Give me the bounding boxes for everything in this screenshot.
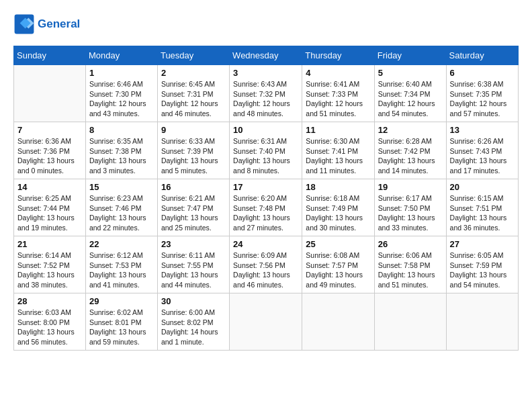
calendar-cell: 10Sunrise: 6:31 AMSunset: 7:40 PMDayligh… bbox=[230, 122, 302, 179]
day-number: 13 bbox=[450, 125, 515, 135]
weekday-header: Friday bbox=[374, 46, 446, 65]
day-info: Sunrise: 6:40 AMSunset: 7:34 PMDaylight:… bbox=[378, 79, 443, 119]
weekday-header: Wednesday bbox=[230, 46, 302, 65]
day-info: Sunrise: 6:00 AMSunset: 8:02 PMDaylight:… bbox=[161, 308, 226, 347]
weekday-header: Thursday bbox=[302, 46, 374, 65]
day-number: 28 bbox=[17, 296, 82, 306]
day-info: Sunrise: 6:17 AMSunset: 7:50 PMDaylight:… bbox=[378, 193, 443, 233]
calendar-cell: 1Sunrise: 6:46 AMSunset: 7:30 PMDaylight… bbox=[85, 65, 157, 122]
day-number: 27 bbox=[450, 239, 515, 249]
logo-text: General bbox=[38, 17, 80, 31]
day-number: 21 bbox=[17, 239, 82, 249]
day-number: 5 bbox=[378, 68, 443, 78]
week-row: 28Sunrise: 6:03 AMSunset: 8:00 PMDayligh… bbox=[14, 293, 519, 351]
day-number: 7 bbox=[17, 125, 82, 135]
calendar-cell: 12Sunrise: 6:28 AMSunset: 7:42 PMDayligh… bbox=[374, 122, 446, 179]
day-info: Sunrise: 6:46 AMSunset: 7:30 PMDaylight:… bbox=[89, 79, 154, 119]
calendar-cell: 8Sunrise: 6:35 AMSunset: 7:38 PMDaylight… bbox=[85, 122, 157, 179]
calendar-cell: 22Sunrise: 6:12 AMSunset: 7:53 PMDayligh… bbox=[85, 236, 157, 293]
calendar-cell bbox=[374, 293, 446, 351]
calendar-cell: 14Sunrise: 6:25 AMSunset: 7:44 PMDayligh… bbox=[14, 179, 86, 236]
day-info: Sunrise: 6:05 AMSunset: 7:59 PMDaylight:… bbox=[450, 250, 515, 290]
day-info: Sunrise: 6:03 AMSunset: 8:00 PMDaylight:… bbox=[17, 308, 82, 347]
day-number: 20 bbox=[450, 182, 515, 192]
calendar-table: SundayMondayTuesdayWednesdayThursdayFrid… bbox=[13, 46, 519, 351]
day-number: 16 bbox=[161, 182, 226, 192]
day-info: Sunrise: 6:18 AMSunset: 7:49 PMDaylight:… bbox=[306, 193, 370, 233]
calendar-cell: 25Sunrise: 6:08 AMSunset: 7:57 PMDayligh… bbox=[302, 236, 374, 293]
calendar-cell: 18Sunrise: 6:18 AMSunset: 7:49 PMDayligh… bbox=[302, 179, 374, 236]
day-info: Sunrise: 6:38 AMSunset: 7:35 PMDaylight:… bbox=[450, 79, 515, 119]
day-number: 18 bbox=[306, 182, 370, 192]
calendar-cell: 27Sunrise: 6:05 AMSunset: 7:59 PMDayligh… bbox=[446, 236, 518, 293]
calendar-cell bbox=[230, 293, 302, 351]
calendar-cell: 9Sunrise: 6:33 AMSunset: 7:39 PMDaylight… bbox=[157, 122, 229, 179]
day-number: 19 bbox=[378, 182, 443, 192]
weekday-header: Sunday bbox=[14, 46, 86, 65]
calendar-cell bbox=[302, 293, 374, 351]
day-info: Sunrise: 6:23 AMSunset: 7:46 PMDaylight:… bbox=[89, 193, 154, 233]
calendar-cell: 20Sunrise: 6:15 AMSunset: 7:51 PMDayligh… bbox=[446, 179, 518, 236]
calendar-cell: 3Sunrise: 6:43 AMSunset: 7:32 PMDaylight… bbox=[230, 65, 302, 122]
day-info: Sunrise: 6:11 AMSunset: 7:55 PMDaylight:… bbox=[161, 250, 226, 290]
calendar-cell: 30Sunrise: 6:00 AMSunset: 8:02 PMDayligh… bbox=[157, 293, 229, 351]
day-info: Sunrise: 6:45 AMSunset: 7:31 PMDaylight:… bbox=[161, 79, 226, 119]
day-info: Sunrise: 6:33 AMSunset: 7:39 PMDaylight:… bbox=[161, 136, 226, 176]
day-info: Sunrise: 6:41 AMSunset: 7:33 PMDaylight:… bbox=[306, 79, 370, 119]
logo-icon bbox=[13, 13, 35, 35]
day-info: Sunrise: 6:06 AMSunset: 7:58 PMDaylight:… bbox=[378, 250, 443, 290]
day-info: Sunrise: 6:43 AMSunset: 7:32 PMDaylight:… bbox=[233, 79, 298, 119]
day-info: Sunrise: 6:30 AMSunset: 7:41 PMDaylight:… bbox=[306, 136, 370, 176]
day-number: 17 bbox=[233, 182, 298, 192]
day-info: Sunrise: 6:08 AMSunset: 7:57 PMDaylight:… bbox=[306, 250, 370, 290]
day-number: 9 bbox=[161, 125, 226, 135]
day-info: Sunrise: 6:02 AMSunset: 8:01 PMDaylight:… bbox=[89, 308, 154, 347]
day-number: 14 bbox=[17, 182, 82, 192]
calendar-cell: 29Sunrise: 6:02 AMSunset: 8:01 PMDayligh… bbox=[85, 293, 157, 351]
day-number: 24 bbox=[233, 239, 298, 249]
day-number: 26 bbox=[378, 239, 443, 249]
calendar-cell bbox=[14, 65, 86, 122]
logo: General bbox=[13, 13, 80, 35]
day-info: Sunrise: 6:26 AMSunset: 7:43 PMDaylight:… bbox=[450, 136, 515, 176]
day-number: 23 bbox=[161, 239, 226, 249]
logo-general: General bbox=[38, 17, 80, 30]
calendar-cell: 19Sunrise: 6:17 AMSunset: 7:50 PMDayligh… bbox=[374, 179, 446, 236]
calendar-cell: 16Sunrise: 6:21 AMSunset: 7:47 PMDayligh… bbox=[157, 179, 229, 236]
week-row: 14Sunrise: 6:25 AMSunset: 7:44 PMDayligh… bbox=[14, 179, 519, 236]
week-row: 21Sunrise: 6:14 AMSunset: 7:52 PMDayligh… bbox=[14, 236, 519, 293]
day-number: 8 bbox=[89, 125, 154, 135]
weekday-header: Tuesday bbox=[157, 46, 229, 65]
day-info: Sunrise: 6:12 AMSunset: 7:53 PMDaylight:… bbox=[89, 250, 154, 290]
calendar-cell: 7Sunrise: 6:36 AMSunset: 7:36 PMDaylight… bbox=[14, 122, 86, 179]
calendar-cell: 26Sunrise: 6:06 AMSunset: 7:58 PMDayligh… bbox=[374, 236, 446, 293]
day-number: 12 bbox=[378, 125, 443, 135]
calendar-cell: 17Sunrise: 6:20 AMSunset: 7:48 PMDayligh… bbox=[230, 179, 302, 236]
day-info: Sunrise: 6:20 AMSunset: 7:48 PMDaylight:… bbox=[233, 193, 298, 233]
page-header: General bbox=[13, 13, 519, 35]
week-row: 1Sunrise: 6:46 AMSunset: 7:30 PMDaylight… bbox=[14, 65, 519, 122]
calendar-header-row: SundayMondayTuesdayWednesdayThursdayFrid… bbox=[14, 46, 519, 65]
day-number: 1 bbox=[89, 68, 154, 78]
day-number: 11 bbox=[306, 125, 370, 135]
calendar-cell: 5Sunrise: 6:40 AMSunset: 7:34 PMDaylight… bbox=[374, 65, 446, 122]
calendar-cell: 24Sunrise: 6:09 AMSunset: 7:56 PMDayligh… bbox=[230, 236, 302, 293]
day-number: 3 bbox=[233, 68, 298, 78]
calendar-cell: 11Sunrise: 6:30 AMSunset: 7:41 PMDayligh… bbox=[302, 122, 374, 179]
calendar-cell: 28Sunrise: 6:03 AMSunset: 8:00 PMDayligh… bbox=[14, 293, 86, 351]
day-info: Sunrise: 6:25 AMSunset: 7:44 PMDaylight:… bbox=[17, 193, 82, 233]
day-number: 30 bbox=[161, 296, 226, 306]
day-number: 10 bbox=[233, 125, 298, 135]
day-number: 22 bbox=[89, 239, 154, 249]
calendar-cell: 23Sunrise: 6:11 AMSunset: 7:55 PMDayligh… bbox=[157, 236, 229, 293]
calendar-cell: 6Sunrise: 6:38 AMSunset: 7:35 PMDaylight… bbox=[446, 65, 518, 122]
day-info: Sunrise: 6:14 AMSunset: 7:52 PMDaylight:… bbox=[17, 250, 82, 290]
calendar-cell: 4Sunrise: 6:41 AMSunset: 7:33 PMDaylight… bbox=[302, 65, 374, 122]
day-info: Sunrise: 6:36 AMSunset: 7:36 PMDaylight:… bbox=[17, 136, 82, 176]
day-info: Sunrise: 6:28 AMSunset: 7:42 PMDaylight:… bbox=[378, 136, 443, 176]
day-info: Sunrise: 6:09 AMSunset: 7:56 PMDaylight:… bbox=[233, 250, 298, 290]
day-number: 25 bbox=[306, 239, 370, 249]
weekday-header: Saturday bbox=[446, 46, 518, 65]
calendar-cell bbox=[446, 293, 518, 351]
week-row: 7Sunrise: 6:36 AMSunset: 7:36 PMDaylight… bbox=[14, 122, 519, 179]
